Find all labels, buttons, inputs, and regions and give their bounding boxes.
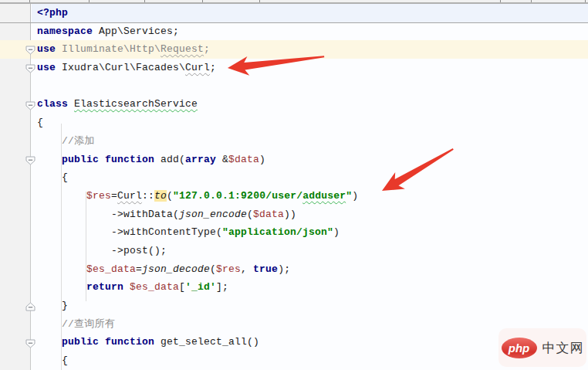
code-token: use: [37, 43, 56, 55]
code-token: adduser: [302, 190, 346, 202]
code-token: use: [37, 62, 56, 73]
code-token: Curl: [117, 190, 142, 202]
code-token: [37, 190, 86, 202]
code-token: {: [37, 117, 43, 128]
code-line[interactable]: $es_data=json_decode($res, true);: [32, 260, 588, 279]
code-token: add(: [154, 154, 185, 165]
code-token: );: [278, 263, 290, 275]
code-token: Ixudra\Curl\Facades\: [56, 62, 185, 73]
code-token: )): [284, 209, 296, 220]
editor-window: <?phpnamespace App\Services;use Illumina…: [0, 0, 588, 370]
code-token: =: [136, 263, 142, 275]
code-token: =: [111, 190, 117, 202]
code-token: ;: [204, 43, 210, 55]
code-token: [68, 98, 74, 110]
code-area[interactable]: <?phpnamespace App\Services;use Illumina…: [32, 4, 588, 370]
code-token: "application/json": [222, 226, 333, 238]
fold-collapse-marker-icon[interactable]: [25, 100, 35, 110]
code-token: ->post();: [37, 245, 167, 256]
code-token: [: [179, 281, 185, 293]
top-strip-tick: [89, 0, 90, 2]
code-line[interactable]: public function add(array &$data): [32, 151, 588, 169]
code-token: $res: [86, 190, 111, 202]
top-strip-tick: [29, 0, 30, 2]
fold-end-marker-icon[interactable]: [25, 301, 35, 311]
top-strip-tick: [500, 0, 501, 2]
code-token: Illuminate\Http\: [62, 43, 161, 55]
code-token: ,: [241, 263, 253, 275]
code-token: [123, 281, 130, 293]
code-token: namespace: [37, 25, 93, 37]
code-token: ];: [216, 281, 228, 293]
code-token: {: [37, 355, 68, 366]
code-line[interactable]: {: [32, 114, 588, 132]
code-line[interactable]: use Illuminate\Http\Request;: [32, 40, 588, 59]
phpcn-watermark: php 中文网: [498, 328, 586, 367]
phpcn-logo-text: php: [509, 342, 530, 354]
code-token: [56, 43, 62, 55]
code-token: ": [346, 190, 352, 202]
fold-collapse-marker-icon[interactable]: [25, 63, 35, 73]
fold-collapse-marker-icon[interactable]: [25, 45, 35, 54]
code-line[interactable]: [32, 77, 588, 96]
code-token: "127.0.0.1:9200/user/: [173, 190, 302, 202]
top-strip-tick: [202, 0, 203, 2]
code-line[interactable]: <?php: [32, 4, 588, 22]
code-line[interactable]: ->withData(json_encode($data)): [32, 205, 588, 224]
code-line[interactable]: {: [32, 168, 588, 187]
code-token: [37, 281, 86, 293]
top-strip-tick: [144, 0, 145, 2]
code-line[interactable]: ->withContentType("application/json"): [32, 223, 588, 242]
code-token: ): [352, 190, 358, 202]
fold-collapse-marker-icon[interactable]: [25, 338, 35, 348]
code-token: //查询所有: [37, 318, 115, 330]
code-line[interactable]: //添加: [32, 132, 588, 151]
code-line[interactable]: class ElasticsearchService: [32, 95, 588, 114]
code-token: $res: [216, 263, 241, 275]
code-token: (: [167, 190, 173, 202]
code-token: <?php: [37, 7, 68, 19]
code-token: [37, 154, 62, 165]
code-token: return: [86, 281, 123, 293]
code-line[interactable]: }: [32, 297, 588, 315]
code-line[interactable]: namespace App\Services;: [32, 22, 588, 41]
code-token: ->withData(: [37, 209, 179, 220]
code-token: (: [210, 263, 216, 275]
code-token: &: [216, 154, 228, 165]
code-line[interactable]: return $es_data['_id'];: [32, 278, 588, 297]
code-line[interactable]: ->post();: [32, 242, 588, 260]
code-token: to: [154, 190, 167, 202]
code-token: ->withContentType(: [37, 226, 222, 238]
top-strip: [0, 0, 588, 4]
code-token: public function: [62, 336, 154, 348]
code-token: {: [37, 171, 68, 183]
code-token: ;: [210, 62, 216, 73]
code-token: '_id': [185, 281, 216, 293]
code-token: get_select_all(): [154, 336, 259, 348]
code-token: [37, 336, 62, 348]
code-line[interactable]: use Ixudra\Curl\Facades\Curl;: [32, 59, 588, 77]
code-token: Curl: [185, 62, 210, 73]
code-token: $es_data: [130, 281, 179, 293]
top-strip-tick: [585, 0, 586, 2]
code-token: $es_data: [86, 263, 136, 275]
code-token: ): [333, 226, 340, 238]
code-token: [37, 263, 86, 275]
code-token: ): [259, 154, 265, 165]
code-token: ElasticsearchService: [74, 98, 198, 110]
code-token: }: [37, 300, 68, 311]
code-token: $data: [228, 154, 259, 165]
code-token: Request: [161, 43, 204, 55]
fold-collapse-marker-icon[interactable]: [25, 155, 35, 165]
code-token: $data: [253, 209, 284, 220]
code-token: ::: [142, 190, 154, 202]
fold-range-line: [30, 49, 31, 370]
phpcn-logo-icon: php: [502, 338, 537, 358]
phpcn-site-name: 中文网: [542, 339, 584, 357]
code-line[interactable]: $res=Curl::to("127.0.0.1:9200/user/addus…: [32, 187, 588, 205]
code-lines: <?phpnamespace App\Services;use Illumina…: [32, 4, 588, 370]
code-token: json_decode: [142, 263, 210, 275]
code-token: (: [247, 209, 253, 220]
code-token: array: [185, 154, 216, 165]
code-token: class: [37, 98, 68, 110]
